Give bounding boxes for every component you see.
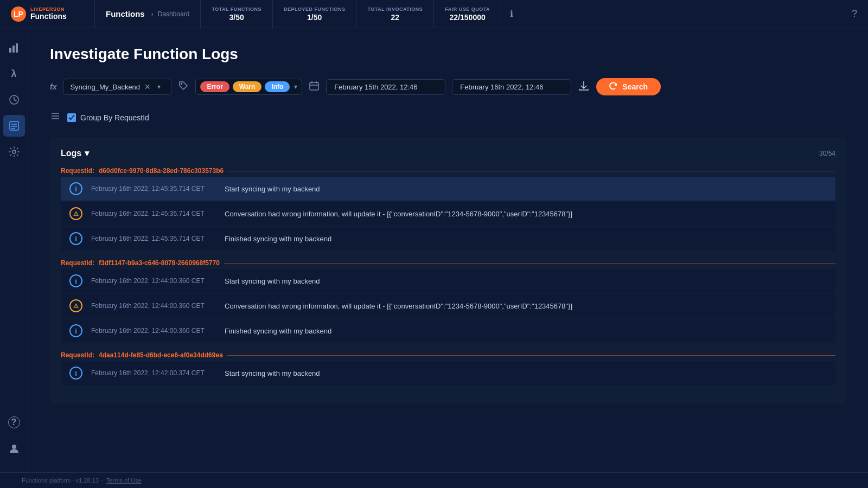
nav-chevron-icon: › xyxy=(151,10,154,18)
top-bar: LP LIVEPERSON Functions Functions › Dash… xyxy=(0,0,868,28)
group-by-checkbox[interactable] xyxy=(67,113,76,122)
log-icon-info: i xyxy=(69,182,82,195)
stat-label-2: TOTAL INVOCATIONS xyxy=(367,7,423,12)
stat-value-1: 1/50 xyxy=(307,13,322,22)
sidebar-item-functions[interactable]: λ xyxy=(3,63,25,85)
footer: Functions platform · v1.28.13 · Terms of… xyxy=(0,472,868,488)
date-to-input[interactable]: February 16th 2022, 12:46 xyxy=(452,79,571,95)
logs-panel: Logs ▾ 30/54 RequestId: d60d0fce-9970-8d… xyxy=(50,137,846,404)
help-icon[interactable]: ? xyxy=(852,8,857,20)
quota-info-icon[interactable]: ℹ xyxy=(501,9,522,19)
filter-function-icon: fx xyxy=(50,82,56,91)
log-icon-info: i xyxy=(69,367,82,380)
svg-point-11 xyxy=(12,445,16,449)
stat-value-3: 22/150000 xyxy=(450,13,486,22)
svg-point-12 xyxy=(181,83,182,84)
stat-value-0: 3/50 xyxy=(229,13,244,22)
search-button[interactable]: Search xyxy=(596,78,661,95)
request-id-value-1: f3df1147-b9a3-c646-8078-2660968f5770 xyxy=(99,259,220,267)
nav-title: Functions xyxy=(106,9,145,18)
request-id-line-1 xyxy=(224,263,835,264)
search-refresh-icon xyxy=(609,82,618,91)
stat-deployed-functions: DEPLOYED FUNCTIONS 1/50 xyxy=(273,0,357,28)
stat-fair-use-quota: FAIR USE QUOTA 22/150000 xyxy=(434,0,501,28)
log-row[interactable]: i February 16th 2022, 12:44:00.360 CET S… xyxy=(61,269,835,293)
request-id-line-0 xyxy=(228,171,835,171)
log-level-select[interactable]: Error Warn Info ▾ xyxy=(195,79,302,95)
svg-rect-3 xyxy=(12,46,15,53)
search-button-label: Search xyxy=(622,82,648,91)
request-id-row-0: RequestId: d60d0fce-9970-8d8a-28ed-786c3… xyxy=(61,167,835,175)
logs-title[interactable]: Logs ▾ xyxy=(61,148,89,158)
logs-title-text: Logs xyxy=(61,149,81,158)
function-name: Syncing_My_Backend xyxy=(70,83,140,91)
group-by-checkbox-wrapper[interactable]: Group By RequestId xyxy=(67,113,149,122)
log-timestamp: February 16th 2022, 12:44:00.360 CET xyxy=(91,327,216,335)
log-row[interactable]: ⚠ February 16th 2022, 12:44:00.360 CET C… xyxy=(61,294,835,318)
request-id-label-2: RequestId: xyxy=(61,351,94,359)
date-from-input[interactable]: February 15th 2022, 12:46 xyxy=(326,79,445,95)
stat-total-invocations: TOTAL INVOCATIONS 22 xyxy=(356,0,434,28)
function-select[interactable]: Syncing_My_Backend ✕ ▾ xyxy=(63,79,171,95)
log-timestamp: February 16th 2022, 12:44:00.360 CET xyxy=(91,302,216,310)
sidebar-item-history[interactable] xyxy=(3,89,25,111)
main-layout: λ ? xyxy=(0,28,868,472)
badge-error[interactable]: Error xyxy=(200,81,229,92)
stat-label-1: DEPLOYED FUNCTIONS xyxy=(284,7,346,12)
clear-function-icon[interactable]: ✕ xyxy=(144,82,151,91)
stat-label-0: TOTAL FUNCTIONS xyxy=(212,7,261,12)
request-id-row-2: RequestId: 4daa114d-fe85-d6bd-ece6-af0e3… xyxy=(61,351,835,359)
nav-subtitle: Dashboard xyxy=(158,10,190,18)
sidebar: λ ? xyxy=(0,28,28,472)
log-message: Finished syncing with my backend xyxy=(225,235,827,243)
main-content: Investigate Function Logs fx Syncing_My_… xyxy=(28,28,868,472)
sidebar-item-settings[interactable] xyxy=(3,141,25,163)
svg-point-10 xyxy=(12,150,16,153)
stat-value-2: 22 xyxy=(391,13,400,22)
badge-info[interactable]: Info xyxy=(265,81,290,92)
request-group-0: RequestId: d60d0fce-9970-8d8a-28ed-786c3… xyxy=(61,167,835,251)
request-id-row-1: RequestId: f3df1147-b9a3-c646-8078-26609… xyxy=(61,259,835,267)
log-message: Start syncing with my backend xyxy=(225,277,827,285)
list-view-icon xyxy=(50,111,61,124)
filter-bar: fx Syncing_My_Backend ✕ ▾ Error Warn Inf… xyxy=(50,78,846,95)
header-nav: Functions › Dashboard TOTAL FUNCTIONS 3/… xyxy=(95,0,852,28)
request-id-value-2: 4daa114d-fe85-d6bd-ece6-af0e34dd69ea xyxy=(99,351,223,359)
sidebar-item-help[interactable]: ? xyxy=(3,412,25,433)
svg-rect-2 xyxy=(9,48,11,53)
log-row[interactable]: ⚠ February 16th 2022, 12:45:35.714 CET C… xyxy=(61,202,835,226)
log-row[interactable]: i February 16th 2022, 12:44:00.360 CET F… xyxy=(61,319,835,343)
badge-warn[interactable]: Warn xyxy=(233,81,262,92)
group-by-label: Group By RequestId xyxy=(80,113,149,122)
sidebar-item-user[interactable] xyxy=(3,438,25,459)
logs-count: 30/54 xyxy=(819,150,835,157)
footer-terms-link[interactable]: Terms of Use xyxy=(106,477,142,484)
sidebar-bottom: ? xyxy=(3,412,25,464)
logo-area: LP LIVEPERSON Functions xyxy=(11,0,95,28)
tag-icon xyxy=(178,80,189,94)
request-id-value-0: d60d0fce-9970-8d8a-28ed-786c303573b6 xyxy=(99,167,224,175)
log-message: Start syncing with my backend xyxy=(225,369,827,377)
log-row[interactable]: i February 16th 2022, 12:45:35.714 CET S… xyxy=(61,177,835,201)
liveperson-logo: LP xyxy=(11,7,26,22)
sidebar-item-logs[interactable] xyxy=(3,115,25,137)
log-message: Conversation had wrong information, will… xyxy=(225,302,827,310)
function-dropdown-arrow-icon[interactable]: ▾ xyxy=(157,83,161,91)
download-icon[interactable] xyxy=(578,80,590,94)
loglevel-dropdown-icon[interactable]: ▾ xyxy=(294,83,297,91)
sidebar-item-analytics[interactable] xyxy=(3,37,25,59)
log-message: Finished syncing with my backend xyxy=(225,327,827,335)
log-icon-info: i xyxy=(69,274,82,287)
log-row[interactable]: i February 16th 2022, 12:42:00.374 CET S… xyxy=(61,361,835,385)
svg-text:LP: LP xyxy=(14,10,23,18)
log-timestamp: February 16th 2022, 12:42:00.374 CET xyxy=(91,369,216,377)
log-icon-info: i xyxy=(69,232,82,245)
nav-functions[interactable]: Functions › Dashboard xyxy=(95,0,201,28)
log-row[interactable]: i February 16th 2022, 12:45:35.714 CET F… xyxy=(61,227,835,251)
page-title: Investigate Function Logs xyxy=(50,46,846,63)
logo-text: LIVEPERSON Functions xyxy=(30,7,67,21)
svg-rect-4 xyxy=(16,43,18,53)
log-message: Conversation had wrong information, will… xyxy=(225,210,827,218)
request-id-label-1: RequestId: xyxy=(61,259,94,267)
log-timestamp: February 16th 2022, 12:44:00.360 CET xyxy=(91,277,216,285)
